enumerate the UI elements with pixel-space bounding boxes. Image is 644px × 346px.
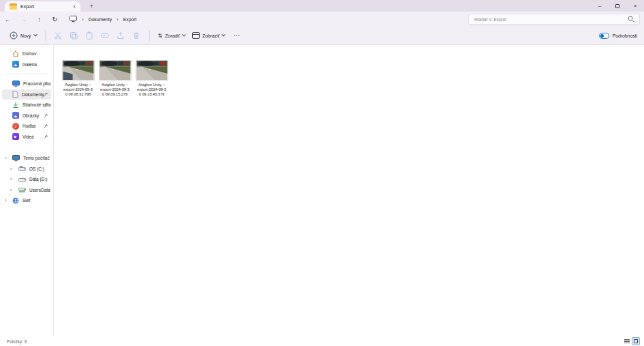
navigation-bar: ← → ↑ ↻ › Dokumenty › Export (0, 12, 644, 27)
chevron-down-icon (182, 33, 186, 37)
sidebar-item-label: Videá (22, 134, 34, 139)
sidebar-item-tento-pocitac[interactable]: › Tento počítač (2, 153, 51, 164)
file-name: Avigilon Unity – export-2024-09-3 0 09.1… (134, 83, 170, 97)
navigation-pane: Domov Galéria Pracovná plocha (0, 46, 54, 336)
sidebar-item-usersdata[interactable]: › UsersData (\\winc (2, 185, 51, 196)
file-item[interactable]: Avigilon Unity – export-2024-09-3 0 09.0… (97, 60, 133, 97)
downloads-icon (12, 102, 19, 109)
sidebar-item-obrazky[interactable]: Obrázky (2, 111, 51, 121)
sidebar-item-data-d[interactable]: › Dáta (D:) (2, 174, 51, 185)
sort-icon: ⇅ (158, 33, 163, 39)
sidebar-item-label: Dáta (D:) (29, 177, 47, 182)
paste-button[interactable] (82, 29, 97, 42)
tab-bar: Export × + – × (0, 0, 644, 12)
sidebar-item-stiahnute-subory[interactable]: Stiahnuté súbory (2, 100, 51, 111)
copy-icon (70, 31, 78, 40)
cut-icon (54, 31, 62, 40)
pictures-icon (12, 112, 19, 119)
more-options-button[interactable]: ••• (234, 33, 241, 38)
home-icon (12, 51, 19, 57)
paste-icon (85, 31, 93, 40)
drive-icon (18, 177, 26, 182)
documents-icon (12, 91, 18, 98)
delete-button[interactable] (129, 29, 144, 42)
details-pane-toggle[interactable]: Podrobnosti (599, 33, 637, 39)
new-button[interactable]: Nový (6, 29, 40, 42)
items-count: Položky: 3 (7, 339, 27, 344)
refresh-button[interactable]: ↻ (47, 13, 63, 25)
sort-button[interactable]: ⇅ Zoradiť (155, 29, 189, 42)
toolbar-divider (45, 31, 46, 41)
sidebar-item-label: Dokumenty (22, 92, 44, 97)
os-drive-icon (18, 166, 26, 171)
up-button[interactable]: ↑ (31, 13, 47, 25)
details-view-button[interactable] (624, 339, 630, 344)
maximize-button[interactable] (609, 0, 626, 12)
tree-expand-icon[interactable]: › (3, 158, 8, 159)
file-item[interactable]: Avigilon Unity – export-2024-09-3 0 09.1… (134, 60, 170, 97)
pin-icon (44, 81, 48, 87)
breadcrumb: › Dokumenty › Export (70, 16, 136, 23)
file-name: Avigilon Unity – export-2024-09-3 0 09.0… (97, 83, 133, 97)
search-box[interactable] (468, 14, 640, 25)
new-tab-button[interactable]: + (87, 1, 97, 10)
cut-button[interactable] (50, 29, 66, 42)
command-toolbar: Nový (0, 27, 644, 45)
tab-export[interactable]: Export × (5, 1, 80, 12)
large-icons-view-button[interactable] (632, 337, 640, 345)
minimize-button[interactable]: – (591, 0, 609, 12)
details-toggle-label: Podrobnosti (613, 33, 637, 38)
sidebar-item-os-c[interactable]: › OS (C:) (2, 164, 51, 175)
sidebar-item-pracovna-plocha[interactable]: Pracovná plocha (2, 78, 51, 89)
sidebar-item-dokumenty[interactable]: Dokumenty (2, 89, 51, 100)
copy-button[interactable] (66, 29, 82, 42)
view-toggles (624, 337, 640, 345)
sidebar-item-label: Tento počítač (23, 156, 50, 160)
tree-expand-icon[interactable]: › (10, 167, 12, 171)
new-button-label: Nový (20, 33, 31, 38)
forward-button[interactable]: → (16, 13, 31, 25)
this-pc-icon[interactable] (70, 16, 77, 23)
breadcrumb-separator: › (82, 16, 84, 23)
sidebar-divider (5, 74, 48, 74)
sidebar-item-galeria[interactable]: Galéria (2, 59, 51, 70)
breadcrumb-separator: › (117, 16, 119, 23)
share-icon (117, 31, 125, 40)
file-name: Avigilon Unity – export-2024-09-3 0 09.0… (60, 83, 96, 97)
tab-close-icon[interactable]: × (73, 4, 76, 9)
maximize-icon (615, 4, 619, 8)
sidebar-item-label: Galéria (22, 62, 37, 67)
sidebar-item-domov[interactable]: Domov (2, 48, 51, 59)
tree-expand-icon[interactable]: › (10, 177, 12, 182)
rename-icon (101, 31, 109, 40)
pin-icon (44, 102, 48, 108)
view-icon (192, 32, 200, 39)
sidebar-item-videa[interactable]: ▶ Videá (2, 132, 51, 143)
toolbar-divider (149, 31, 150, 41)
tree-expand-icon[interactable]: › (5, 198, 6, 203)
sidebar-item-label: Hudba (22, 124, 35, 128)
breadcrumb-item-dokumenty[interactable]: Dokumenty (89, 17, 112, 22)
file-item[interactable]: Avigilon Unity – export-2024-09-3 0 09.0… (60, 60, 96, 97)
videos-icon: ▶ (12, 133, 19, 140)
folder-icon (10, 3, 17, 10)
file-list: Avigilon Unity – export-2024-09-3 0 09.0… (54, 46, 644, 336)
sidebar-item-hudba[interactable]: ♪ Hudba (2, 121, 51, 132)
pin-icon (44, 92, 48, 98)
sidebar-item-label: UsersData (\\winc (29, 188, 51, 192)
tab-label: Export (20, 4, 34, 9)
rename-button[interactable] (97, 29, 113, 42)
network-icon (12, 197, 19, 204)
video-thumbnail (99, 60, 132, 81)
search-icon (628, 16, 634, 23)
delete-icon (132, 31, 140, 40)
view-button[interactable]: Zobraziť (189, 29, 228, 42)
music-icon: ♪ (12, 123, 19, 130)
breadcrumb-item-export[interactable]: Export (123, 17, 137, 22)
search-input[interactable] (469, 17, 628, 22)
sidebar-item-siet[interactable]: › Sieť (2, 195, 51, 206)
tree-expand-icon[interactable]: › (10, 188, 12, 192)
desktop-icon (12, 81, 20, 87)
close-button[interactable]: × (626, 0, 644, 12)
share-button[interactable] (113, 29, 129, 42)
